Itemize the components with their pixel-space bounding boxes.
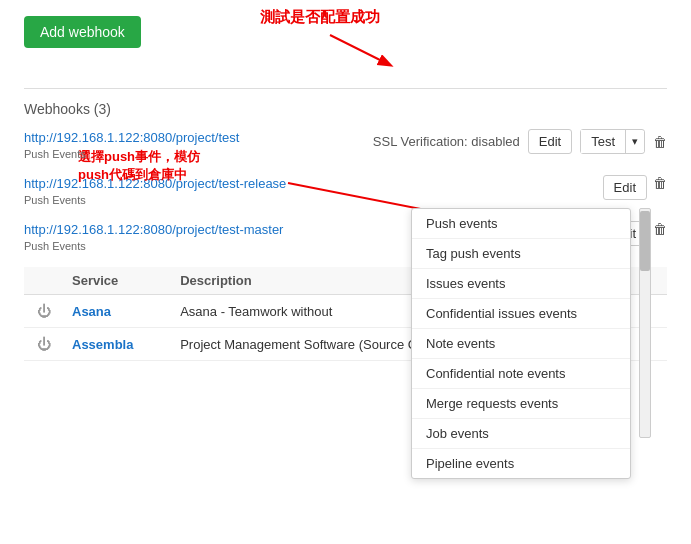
svg-line-0 — [330, 35, 390, 65]
webhook-1-controls: SSL Verification: disabled Edit Test ▾ 🗑 — [373, 129, 667, 154]
webhooks-section-title: Webhooks (3) — [24, 101, 667, 117]
webhook-1-edit-button[interactable]: Edit — [528, 129, 572, 154]
webhook-tag-3: Push Events — [24, 240, 86, 252]
dropdown-item-6[interactable]: Merge requests events — [412, 389, 630, 419]
webhook-item-1: http://192.168.1.122:8080/project/test P… — [24, 129, 667, 161]
dropdown-scroll-thumb — [640, 211, 650, 271]
power-icon-0: ⏻ — [37, 303, 51, 319]
webhook-url-3[interactable]: http://192.168.1.122:8080/project/test-m… — [24, 222, 283, 237]
dropdown-item-7[interactable]: Job events — [412, 419, 630, 449]
webhook-item-2: http://192.168.1.122:8080/project/test-r… — [24, 175, 667, 207]
service-link-0[interactable]: Asana — [72, 304, 111, 319]
dropdown-item-5[interactable]: Confidential note events — [412, 359, 630, 389]
ssl-label: SSL Verification: disabled — [373, 134, 520, 149]
webhook-url-1[interactable]: http://192.168.1.122:8080/project/test — [24, 130, 239, 145]
service-name-0: Asana — [64, 295, 172, 328]
test-button[interactable]: Test — [581, 130, 626, 153]
col-toggle — [24, 267, 64, 295]
dropdown-item-2[interactable]: Issues events — [412, 269, 630, 299]
dropdown-item-1[interactable]: Tag push events — [412, 239, 630, 269]
dropdown-item-4[interactable]: Note events — [412, 329, 630, 359]
dropdown-item-0[interactable]: Push events — [412, 209, 630, 239]
page-wrapper: Add webhook 測試是否配置成功 選擇push事件，模仿 push代碼到… — [0, 0, 691, 377]
service-name-1: Assembla — [64, 328, 172, 361]
webhook-2-delete-icon[interactable]: 🗑 — [653, 175, 667, 191]
webhook-1-delete-icon[interactable]: 🗑 — [653, 134, 667, 150]
col-service-header: Service — [64, 267, 172, 295]
service-link-1[interactable]: Assembla — [72, 337, 133, 352]
test-caret-button[interactable]: ▾ — [626, 131, 644, 152]
annotation-title: 測試是否配置成功 — [260, 8, 380, 27]
power-icon-1: ⏻ — [37, 336, 51, 352]
webhook-2-edit-button[interactable]: Edit — [603, 175, 647, 200]
webhook-tag-2: Push Events — [24, 194, 86, 206]
add-webhook-button[interactable]: Add webhook — [24, 16, 141, 48]
service-toggle-1[interactable]: ⏻ — [24, 328, 64, 361]
test-dropdown-menu: Push eventsTag push eventsIssues eventsC… — [411, 208, 631, 479]
webhook-url-2[interactable]: http://192.168.1.122:8080/project/test-r… — [24, 176, 286, 191]
webhook-tag-1: Push Events — [24, 148, 86, 160]
webhook-3-delete-icon[interactable]: 🗑 — [653, 221, 667, 237]
dropdown-item-3[interactable]: Confidential issues events — [412, 299, 630, 329]
webhook-2-controls: Edit 🗑 — [603, 175, 667, 200]
test-btn-group: Test ▾ — [580, 129, 645, 154]
service-toggle-0[interactable]: ⏻ — [24, 295, 64, 328]
dropdown-item-8[interactable]: Pipeline events — [412, 449, 630, 478]
annotation-arrow-svg — [320, 30, 400, 70]
section-divider — [24, 88, 667, 89]
dropdown-scrollbar[interactable] — [639, 208, 651, 438]
